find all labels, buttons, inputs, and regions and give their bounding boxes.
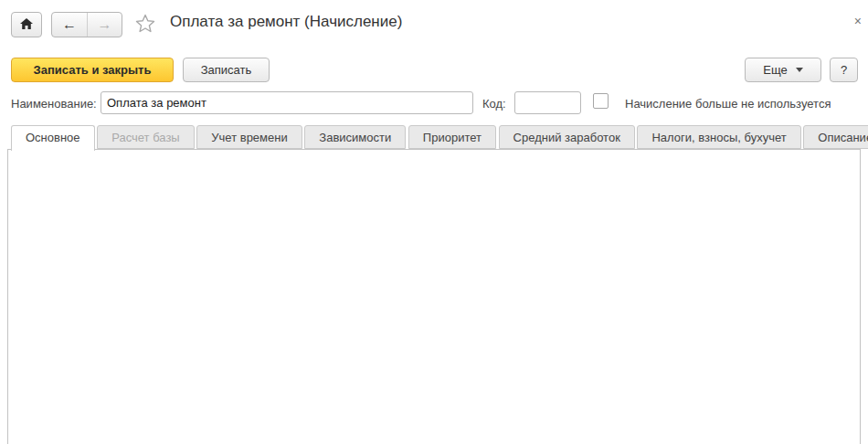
back-button[interactable]: ←: [52, 13, 87, 37]
code-input[interactable]: [514, 91, 581, 114]
tab-bar: Основное Расчет базы Учет времени Зависи…: [11, 125, 868, 150]
home-button[interactable]: [11, 12, 42, 37]
tab-priority[interactable]: Приоритет: [408, 125, 496, 149]
history-nav: ← →: [51, 12, 122, 37]
close-icon[interactable]: ×: [854, 14, 862, 28]
chevron-down-icon: [796, 68, 803, 72]
not-used-label: Начисление больше не используется: [625, 97, 831, 111]
accrual-form-window: ← → Оплата за ремонт (Начисление) × Запи…: [0, 0, 868, 444]
tab-description[interactable]: Описание: [803, 125, 868, 149]
save-and-close-button[interactable]: Записать и закрыть: [11, 58, 174, 82]
more-button-label: Еще: [763, 63, 787, 77]
tab-time-tracking[interactable]: Учет времени: [196, 125, 302, 149]
main-tab-panel: [7, 149, 861, 444]
name-field-label: Наименование:: [11, 97, 97, 111]
more-button[interactable]: Еще: [745, 58, 821, 82]
code-field-label: Код:: [482, 97, 506, 111]
back-icon: ←: [62, 16, 77, 33]
help-button[interactable]: ?: [830, 58, 858, 82]
tab-taxes[interactable]: Налоги, взносы, бухучет: [637, 125, 800, 149]
tab-calc-base[interactable]: Расчет базы: [97, 125, 195, 149]
page-title: Оплата за ремонт (Начисление): [170, 13, 402, 31]
save-button[interactable]: Записать: [183, 58, 270, 82]
forward-button[interactable]: →: [87, 13, 122, 37]
not-used-checkbox[interactable]: [593, 93, 609, 109]
name-input[interactable]: [101, 91, 473, 114]
favorite-star-icon[interactable]: [135, 14, 155, 36]
home-icon: [19, 17, 34, 33]
tab-main[interactable]: Основное: [11, 125, 95, 151]
forward-icon: →: [98, 16, 112, 33]
tab-average-earnings[interactable]: Средний заработок: [499, 125, 635, 149]
tab-dependencies[interactable]: Зависимости: [304, 125, 406, 149]
